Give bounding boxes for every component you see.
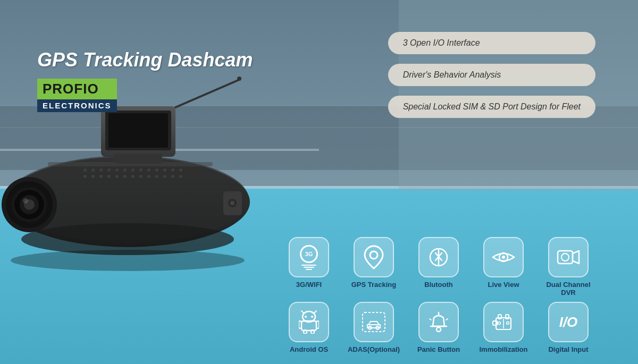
icon-3g-circle: 3G bbox=[300, 245, 318, 263]
main-title: GPS Tracking Dashcam bbox=[37, 49, 253, 71]
svg-point-33 bbox=[123, 175, 127, 178]
adas-icon bbox=[361, 311, 387, 333]
logo-container: PROFIO ELECTRONICS bbox=[37, 79, 117, 112]
logo-electronics: ELECTRONICS bbox=[37, 99, 117, 112]
svg-point-63 bbox=[305, 316, 307, 318]
svg-point-28 bbox=[83, 175, 87, 178]
icon-label-panic-button: Panic Button bbox=[417, 345, 460, 353]
icon-box-dual-channel-dvr bbox=[548, 237, 589, 277]
logo-profio: PROFIO bbox=[37, 79, 117, 99]
svg-point-50 bbox=[230, 201, 234, 205]
svg-point-52 bbox=[11, 250, 245, 271]
camera-icon bbox=[557, 248, 580, 267]
svg-point-21 bbox=[131, 168, 135, 172]
icons-row-2: Android OS ADAS(Optional) bbox=[255, 302, 622, 353]
svg-point-23 bbox=[147, 168, 150, 172]
eye-icon bbox=[491, 249, 516, 266]
svg-point-30 bbox=[99, 175, 103, 178]
icon-box-adas bbox=[354, 302, 394, 342]
svg-rect-70 bbox=[363, 312, 385, 332]
svg-point-18 bbox=[107, 168, 111, 172]
svg-line-61 bbox=[301, 311, 304, 314]
svg-rect-9 bbox=[108, 113, 168, 148]
svg-point-32 bbox=[115, 175, 119, 178]
svg-line-62 bbox=[314, 311, 316, 314]
icon-item-bluetooth: Blutooth bbox=[409, 237, 468, 297]
icon-label-bluetooth: Blutooth bbox=[424, 281, 452, 289]
svg-point-24 bbox=[155, 168, 158, 172]
icon-box-android-os bbox=[289, 302, 329, 342]
icon-label-dual-channel-dvr: Dual Channel DVR bbox=[539, 281, 598, 297]
svg-point-73 bbox=[436, 327, 441, 332]
svg-point-64 bbox=[311, 316, 313, 318]
svg-point-35 bbox=[139, 175, 142, 178]
svg-line-76 bbox=[446, 319, 448, 320]
svg-point-15 bbox=[83, 168, 87, 172]
icons-row-1: 3G 3G/WIFI bbox=[255, 237, 622, 297]
bluetooth-icon bbox=[429, 246, 448, 269]
svg-point-59 bbox=[561, 253, 569, 261]
svg-point-81 bbox=[498, 322, 501, 325]
engine-icon bbox=[492, 311, 515, 333]
svg-point-36 bbox=[147, 175, 150, 178]
icon-item-immobilization: Immobilization bbox=[474, 302, 533, 353]
svg-point-26 bbox=[171, 168, 174, 172]
gps-pin-icon bbox=[364, 245, 384, 269]
svg-rect-58 bbox=[558, 251, 573, 264]
svg-point-31 bbox=[107, 175, 111, 178]
svg-point-57 bbox=[502, 256, 505, 259]
wave-1 bbox=[301, 265, 316, 266]
icon-label-gps-tracking: GPS Tracking bbox=[351, 281, 397, 289]
icon-label-android-os: Android OS bbox=[290, 345, 328, 353]
svg-point-20 bbox=[123, 168, 127, 172]
icon-3g: 3G bbox=[300, 245, 318, 270]
svg-point-54 bbox=[370, 251, 377, 259]
svg-point-22 bbox=[139, 168, 142, 172]
icon-item-android-os: Android OS bbox=[280, 302, 338, 353]
icon-item-live-view: Live View bbox=[474, 237, 533, 297]
svg-point-27 bbox=[179, 168, 182, 172]
svg-point-29 bbox=[91, 175, 95, 178]
feature-pill-3: Special Locked SIM & SD Port Design for … bbox=[388, 96, 595, 118]
io-text: I/O bbox=[559, 314, 578, 331]
icon-item-panic-button: Panic Button bbox=[409, 302, 468, 353]
icon-box-immobilization bbox=[483, 302, 524, 342]
icon-box-panic-button bbox=[418, 302, 459, 342]
svg-line-75 bbox=[430, 319, 431, 320]
wave-2 bbox=[304, 267, 314, 268]
panic-button-icon bbox=[429, 310, 449, 334]
svg-rect-67 bbox=[316, 321, 319, 328]
icon-item-gps-tracking: GPS Tracking bbox=[345, 237, 403, 297]
logo-profio-text: PROFIO bbox=[43, 81, 99, 97]
svg-point-17 bbox=[99, 168, 103, 172]
svg-point-39 bbox=[171, 175, 174, 178]
svg-line-10 bbox=[175, 80, 239, 107]
logo-electronics-text: ELECTRONICS bbox=[43, 101, 112, 110]
icon-label-adas: ADAS(Optional) bbox=[348, 345, 400, 353]
svg-point-16 bbox=[91, 168, 95, 172]
svg-point-47 bbox=[23, 198, 28, 204]
icon-box-live-view bbox=[483, 237, 524, 277]
icon-box-gps-tracking bbox=[354, 237, 394, 277]
android-icon bbox=[299, 310, 319, 334]
icon-label-digital-input: Digital Input bbox=[548, 345, 588, 353]
svg-rect-53 bbox=[114, 154, 162, 164]
svg-point-40 bbox=[179, 175, 182, 178]
icon-item-adas: ADAS(Optional) bbox=[345, 302, 403, 353]
wave-3 bbox=[306, 269, 312, 270]
icon-item-dual-channel-dvr: Dual Channel DVR bbox=[539, 237, 598, 297]
svg-point-37 bbox=[155, 175, 158, 178]
svg-point-34 bbox=[131, 175, 135, 178]
svg-point-25 bbox=[163, 168, 166, 172]
svg-rect-66 bbox=[299, 321, 301, 328]
icon-label-immobilization: Immobilization bbox=[480, 345, 528, 353]
feature-pill-2: Driver's Behavior Analysis bbox=[388, 64, 595, 86]
icon-item-3g-wifi: 3G 3G/WIFI bbox=[280, 237, 338, 297]
icon-box-3g-wifi: 3G bbox=[289, 237, 329, 277]
svg-point-19 bbox=[115, 168, 119, 172]
icons-grid: 3G 3G/WIFI bbox=[255, 237, 622, 353]
icon-label-3g-wifi: 3G/WIFI bbox=[296, 281, 322, 289]
icon-3g-waves bbox=[301, 265, 316, 270]
feature-pill-1: 3 Open I/O Interface bbox=[388, 32, 595, 54]
icon-item-digital-input: I/O Digital Input bbox=[539, 302, 598, 353]
